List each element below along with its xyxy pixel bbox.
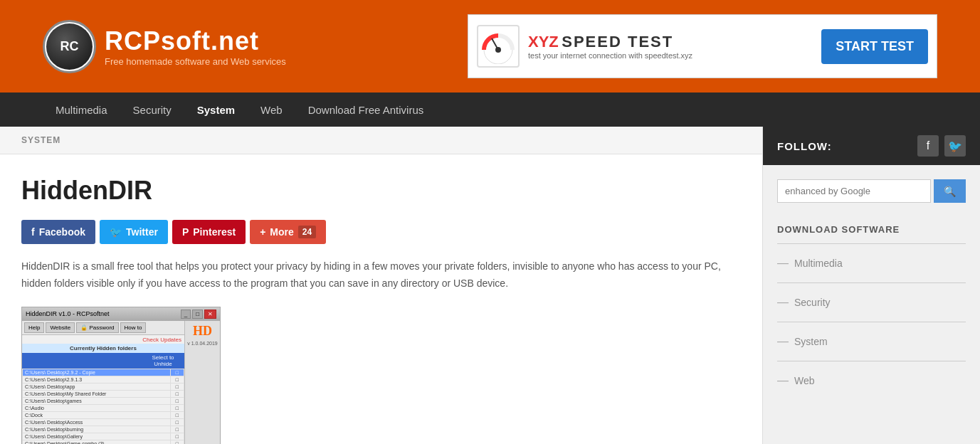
password-button: 🔒 Password (76, 322, 118, 333)
main-nav: Multimedia Security System Web Download … (0, 92, 980, 127)
folder-path: C:\Users\ Desktop\Access (23, 418, 171, 426)
search-button[interactable]: 🔍 (934, 179, 966, 203)
nav-web[interactable]: Web (248, 92, 295, 127)
plus-icon: + (260, 226, 265, 238)
close-icon: ✕ (204, 310, 216, 319)
folder-path: C:\Users\ Desktop\app (23, 383, 171, 390)
app-titlebar: HiddenDIR v1.0 - RCPsoftnet _ □ ✕ (22, 307, 220, 321)
share-facebook-label: Facebook (39, 226, 85, 238)
folder-checkbox: □ (170, 376, 184, 383)
article-body: HiddenDIR f Facebook 🐦 Twitter P Pintere… (0, 154, 762, 444)
check-updates-link[interactable]: Check Updates (142, 337, 181, 343)
minimize-icon: _ (181, 310, 191, 319)
logo-text: RCPsoft.net Free homemade software and W… (105, 26, 286, 67)
table-row: C:\Dock □ (23, 411, 184, 418)
share-facebook-button[interactable]: f Facebook (21, 220, 95, 244)
download-item-multimedia[interactable]: — Multimedia (777, 251, 966, 275)
ad-banner: XYZ SPEED TEST test your internet connec… (468, 14, 937, 78)
article-description: HiddenDIR is a small free tool that help… (21, 258, 741, 292)
folder-checkbox: □ (170, 418, 184, 426)
share-more-label: More (270, 226, 293, 238)
share-pinterest-label: Pinterest (193, 226, 236, 238)
download-label-system: System (794, 336, 828, 347)
col-select-header: Select to Unhide (142, 353, 184, 369)
logo-inner: RC (46, 23, 93, 70)
table-row: C:\Users\ Desktop\Gallery □ (23, 433, 184, 440)
share-twitter-button[interactable]: 🐦 Twitter (100, 220, 168, 244)
app-version: v 1.0.04.2019 (187, 341, 217, 346)
social-icons: f 🐦 (917, 135, 966, 157)
folder-path: C:\Users\ Desktop\games (23, 397, 171, 404)
divider-security (777, 282, 966, 283)
folder-checkbox: □ (170, 369, 184, 376)
download-item-system[interactable]: — System (777, 329, 966, 354)
main-content: SYSTEM HiddenDIR f Facebook 🐦 Twitter P … (0, 127, 763, 444)
share-more-button[interactable]: + More 24 (250, 220, 326, 244)
help-button: Help (24, 322, 44, 333)
folder-checkbox: □ (170, 397, 184, 404)
table-row: C:\Users\ Desktop\2.9.1.3 □ (23, 376, 184, 383)
logo-circle: RC (43, 20, 96, 73)
table-row: C:\Users\ Desktop\app □ (23, 383, 184, 390)
site-subtitle: Free homemade software and Web services (105, 56, 286, 67)
start-test-button[interactable]: START TEST (821, 29, 928, 64)
table-row: C:\Users\ Desktop\My Shared Folder □ (23, 390, 184, 397)
xyz-label: XYZ (528, 33, 559, 51)
folders-table: C:\Users\ Desktop\2.9.2 - Copie □ C:\Use… (22, 369, 184, 444)
folder-checkbox: □ (170, 411, 184, 418)
nav-security[interactable]: Security (120, 92, 184, 127)
twitter-social-icon[interactable]: 🐦 (944, 135, 966, 157)
folder-path: C:\Users\ Desktop\2.9.1.3 (23, 376, 171, 383)
howto-button: How to (120, 322, 147, 333)
download-item-web[interactable]: — Web (777, 369, 966, 393)
app-toolbar: Help Website 🔒 Password How to (22, 321, 184, 335)
share-pinterest-button[interactable]: P Pinterest (172, 220, 246, 244)
follow-bar: FOLLOW: f 🐦 (763, 127, 980, 165)
dash-icon: — (777, 296, 789, 309)
folder-checkbox: □ (170, 383, 184, 390)
site-header: RC RCPsoft.net Free homemade software an… (0, 0, 980, 92)
site-title: RCPsoft.net (105, 26, 286, 56)
download-section: DOWNLOAD SOFTWARE — Multimedia — Securit… (777, 224, 966, 393)
search-box: 🔍 (777, 179, 966, 203)
col-path-header (22, 353, 142, 369)
content-wrapper: SYSTEM HiddenDIR f Facebook 🐦 Twitter P … (0, 127, 980, 444)
folder-checkbox: □ (170, 440, 184, 444)
divider-multimedia (777, 243, 966, 244)
app-logo-text: HD (193, 324, 212, 339)
table-section-header: Currently Hidden folders (22, 344, 184, 353)
nav-multimedia[interactable]: Multimedia (43, 92, 120, 127)
folder-path: C:\Users\ Desktop\My Shared Folder (23, 390, 171, 397)
pinterest-icon: P (182, 226, 189, 238)
facebook-social-icon[interactable]: f (917, 135, 939, 157)
dash-icon: — (777, 374, 789, 387)
app-screenshot: HiddenDIR v1.0 - RCPsoftnet _ □ ✕ Help W… (21, 307, 221, 444)
speedtest-text: XYZ SPEED TEST test your internet connec… (528, 33, 813, 60)
dash-icon: — (777, 335, 789, 348)
divider-system (777, 322, 966, 322)
nav-download-antivirus[interactable]: Download Free Antivirus (295, 92, 437, 127)
download-item-security[interactable]: — Security (777, 290, 966, 314)
breadcrumb: SYSTEM (0, 127, 762, 154)
nav-system[interactable]: System (184, 92, 248, 127)
table-row: C:\Users\ Desktop\burning □ (23, 426, 184, 433)
table-row: C:\Users\ Desktop\2.9.2 - Copie □ (23, 369, 184, 376)
folder-path: C:\Audio (23, 404, 171, 411)
folder-path: C:\Users\ Desktop\Gallery (23, 433, 171, 440)
search-input[interactable] (777, 179, 931, 203)
folder-checkbox: □ (170, 433, 184, 440)
share-twitter-label: Twitter (126, 226, 158, 238)
dash-icon: — (777, 257, 789, 270)
share-count: 24 (298, 226, 316, 238)
app-title: HiddenDIR v1.0 - RCPsoftnet (26, 310, 110, 317)
folder-path: C:\Users\ Desktop\burning (23, 426, 171, 433)
follow-label: FOLLOW: (777, 140, 832, 152)
folder-path: C:\Users\ Desktop\2.9.2 - Copie (23, 369, 171, 376)
maximize-icon: □ (192, 310, 203, 319)
download-label-web: Web (794, 375, 815, 386)
twitter-icon: 🐦 (110, 226, 122, 238)
table-row: C:\Users\ Desktop\Game-combo (3) □ (23, 440, 184, 444)
article-title: HiddenDIR (21, 176, 741, 206)
divider-web (777, 361, 966, 361)
download-label-multimedia: Multimedia (794, 258, 843, 269)
